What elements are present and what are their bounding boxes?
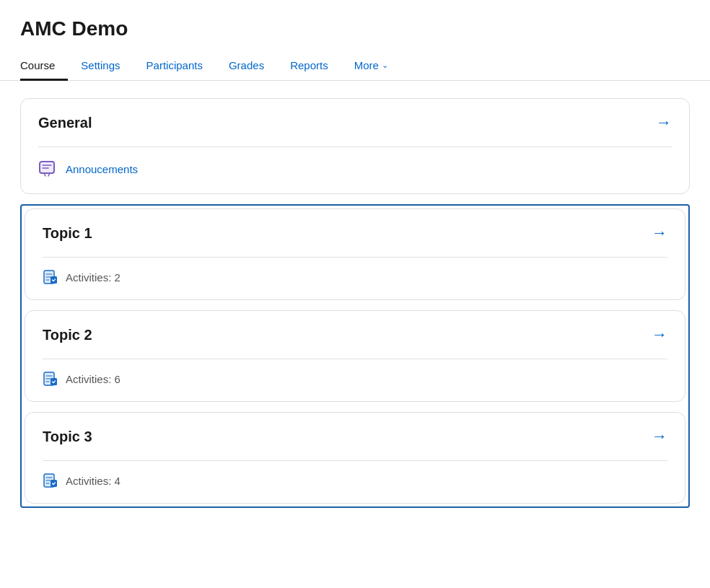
topic-2-arrow-button[interactable]: →: [652, 325, 667, 344]
general-arrow-button[interactable]: →: [656, 113, 672, 132]
topic-2-header: Topic 2 →: [25, 311, 685, 359]
topic-3-activities: Activities: 4: [43, 473, 667, 488]
topic-2-activities: Activities: 6: [43, 371, 667, 387]
topic-1-activities-label: Activities: 2: [66, 271, 120, 284]
chevron-down-icon: ⌄: [382, 61, 388, 70]
announcements-label: Annoucements: [66, 163, 138, 175]
topic-2-body: Activities: 6: [25, 359, 685, 401]
topic-1-card: Topic 1 → Activities: 2: [25, 209, 685, 300]
general-card: General → Annoucements: [20, 98, 690, 194]
topic-1-body: Activities: 2: [25, 258, 685, 299]
activity-icon-2: [43, 371, 58, 387]
topic-3-card: Topic 3 → Activities: 4: [25, 412, 685, 504]
svg-rect-9: [51, 480, 57, 487]
activity-icon: [43, 269, 58, 285]
page-header: AMC Demo Course Settings Participants Gr…: [0, 0, 710, 81]
topic-1-header: Topic 1 →: [25, 209, 685, 257]
topic-1-title: Topic 1: [43, 225, 92, 242]
topic-3-activities-label: Activities: 4: [66, 475, 120, 487]
tab-grades[interactable]: Grades: [216, 52, 277, 81]
nav-tabs: Course Settings Participants Grades Repo…: [0, 52, 710, 81]
topic-2-card: Topic 2 → Activities: 6: [25, 310, 685, 402]
announcements-icon: [38, 159, 58, 179]
topic-3-header: Topic 3 →: [25, 413, 685, 460]
tab-more-label: More: [354, 59, 379, 71]
page-title: AMC Demo: [20, 17, 690, 40]
svg-rect-6: [51, 378, 57, 385]
topic-3-body: Activities: 4: [25, 461, 685, 503]
svg-rect-3: [51, 276, 57, 284]
tab-more[interactable]: More ⌄: [341, 52, 401, 81]
general-card-header: General →: [21, 99, 689, 146]
topic-3-arrow-button[interactable]: →: [652, 427, 667, 446]
topics-selection: Topic 1 → Activities: 2: [20, 204, 690, 508]
tab-reports[interactable]: Reports: [277, 52, 341, 81]
topic-1-arrow-button[interactable]: →: [652, 224, 667, 242]
tab-settings[interactable]: Settings: [68, 52, 133, 81]
main-content: General → Annoucements Topic 1 →: [0, 81, 710, 525]
topic-2-title: Topic 2: [43, 327, 92, 343]
tab-course[interactable]: Course: [20, 52, 68, 81]
tab-participants[interactable]: Participants: [133, 52, 216, 81]
general-card-title: General: [38, 115, 92, 131]
general-card-body: Annoucements: [21, 147, 689, 193]
topic-2-activities-label: Activities: 6: [66, 373, 120, 385]
topic-1-activities: Activities: 2: [43, 269, 667, 285]
svg-rect-0: [40, 162, 54, 173]
topic-3-title: Topic 3: [43, 429, 92, 445]
activity-icon-3: [43, 473, 58, 488]
announcements-item[interactable]: Annoucements: [38, 159, 672, 179]
